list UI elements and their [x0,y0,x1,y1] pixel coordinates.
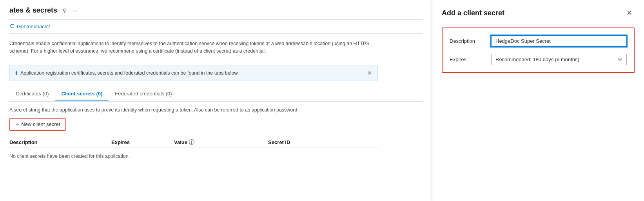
col-secret-id: Secret ID [268,139,378,145]
tab-federated-credentials[interactable]: Federated credentials (0) [109,87,178,101]
flyout-header: Add a client secret ✕ [442,8,635,18]
col-expires: Expires [111,139,174,145]
description-row: Description [450,35,627,47]
info-banner-left: ℹ Application registration certificates,… [15,70,239,76]
close-banner-button[interactable]: ✕ [367,70,372,76]
tab-certificates[interactable]: Certificates (0) [9,87,55,101]
tab-client-secrets[interactable]: Client secrets (0) [55,87,109,101]
table-empty-message: No client secrets have been created for … [9,148,423,164]
expires-row: Expires Recommended: 180 days (6 months)… [450,54,627,65]
page-header: ates & secrets ⚲ ··· [9,0,423,20]
tab-description: A secret string that the application use… [9,107,299,113]
col-value-container: Value i [174,139,268,145]
info-banner-text: Application registration certificates, s… [20,70,239,76]
col-description: Description [9,139,111,145]
flyout-panel: Add a client secret ✕ Description Expire… [432,0,644,201]
flyout-form: Description Expires Recommended: 180 day… [442,27,635,73]
flyout-title: Add a client secret [442,9,504,17]
new-client-secret-button[interactable]: + New client secret [9,118,66,131]
pin-icon[interactable]: ⚲ [61,7,68,15]
page-title: ates & secrets [9,6,57,15]
feedback-person-icon: 🗨 [9,24,15,29]
feedback-label: Got feedback? [17,24,50,29]
info-icon: ℹ [15,70,17,76]
header-icons: ⚲ ··· [61,7,79,15]
left-panel: ates & secrets ⚲ ··· 🗨 Got feedback? Cre… [0,0,432,201]
new-secret-label: New client secret [21,121,60,127]
description-label: Description [450,38,485,44]
feedback-row[interactable]: 🗨 Got feedback? [9,20,423,34]
ellipsis-icon[interactable]: ··· [71,7,79,15]
description-text: Credentials enable confidential applicat… [9,34,370,60]
flyout-close-button[interactable]: ✕ [624,8,635,18]
tabs-container: Certificates (0) Client secrets (0) Fede… [9,87,423,102]
info-banner: ℹ Application registration certificates,… [9,66,378,80]
expires-label: Expires [450,57,485,62]
table-header: Description Expires Value i Secret ID [9,137,378,148]
col-value: Value [174,139,187,145]
value-info-icon[interactable]: i [189,139,194,145]
description-input[interactable] [491,35,627,47]
expires-select[interactable]: Recommended: 180 days (6 months) 12 mont… [491,54,627,65]
plus-icon: + [15,121,19,128]
